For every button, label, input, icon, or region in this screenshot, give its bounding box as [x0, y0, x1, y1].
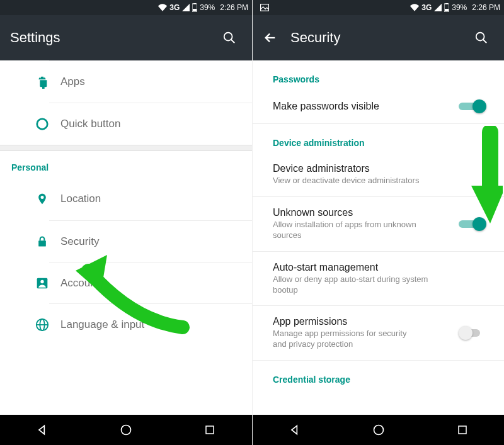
svg-point-5 [40, 77, 41, 78]
svg-rect-2 [193, 9, 197, 11]
svg-rect-19 [445, 9, 449, 11]
nav-recent[interactable] [444, 417, 481, 442]
signal-icon [182, 4, 190, 11]
row-label: Quick button [60, 118, 120, 130]
section-header-personal: Personal [0, 151, 252, 177]
wifi-icon [410, 4, 419, 11]
svg-line-22 [483, 40, 487, 43]
row-label: Language & input [60, 318, 144, 331]
search-icon[interactable] [217, 25, 242, 50]
toolbar: Security [253, 15, 504, 60]
security-screen: 3G 39% 2:26 PM Security Passwords Make p… [252, 0, 504, 445]
nav-bar [0, 415, 252, 445]
circle-icon [24, 117, 60, 131]
nav-home[interactable] [360, 417, 398, 442]
row-label: Security [60, 235, 99, 248]
svg-point-7 [37, 119, 48, 130]
pref-subtitle: Allow installation of apps from unknown … [273, 220, 421, 241]
pref-title: App permissions [273, 316, 421, 327]
nav-bar [253, 415, 504, 445]
battery-percent: 39% [200, 3, 215, 12]
search-icon[interactable] [469, 25, 494, 50]
section-header-device-admin: Device administration [253, 124, 504, 153]
pref-app-permissions[interactable]: App permissions Manage app permissions f… [253, 306, 504, 361]
toolbar: Settings [0, 15, 252, 60]
pref-device-administrators[interactable]: Device administrators View or deactivate… [253, 153, 504, 197]
row-label: Accounts [60, 277, 105, 290]
globe-icon [24, 318, 60, 332]
page-title: Security [290, 30, 469, 46]
security-list: Passwords Make passwords visible Device … [253, 60, 504, 415]
svg-point-6 [43, 77, 44, 78]
row-language-input[interactable]: Language & input [49, 303, 252, 346]
android-icon [24, 75, 60, 89]
pref-title: Unknown sources [273, 207, 421, 218]
svg-line-4 [231, 40, 235, 43]
nav-recent[interactable] [191, 417, 229, 442]
back-arrow-icon[interactable] [258, 25, 283, 50]
svg-point-10 [40, 280, 43, 283]
svg-point-3 [224, 33, 232, 41]
network-label: 3G [421, 3, 432, 12]
pref-subtitle: Manage app permissions for security and … [273, 329, 421, 350]
pref-passwords-visible[interactable]: Make passwords visible [253, 89, 504, 124]
nav-back[interactable] [23, 417, 61, 442]
signal-icon [434, 4, 442, 11]
settings-list: Apps Quick button Personal Location [0, 60, 252, 415]
row-security[interactable]: Security [49, 220, 252, 262]
wifi-icon [158, 4, 167, 11]
section-header-credential-storage: Credential storage [253, 361, 504, 390]
pref-auto-start[interactable]: Auto-start management Allow or deny app … [253, 252, 504, 307]
row-label: Apps [60, 76, 85, 88]
battery-icon [192, 3, 197, 12]
svg-point-14 [121, 425, 130, 435]
status-bar: 3G 39% 2:26 PM [253, 0, 504, 15]
pref-title: Device administrators [273, 163, 446, 174]
section-divider [0, 145, 252, 151]
svg-rect-15 [206, 426, 214, 434]
battery-icon [444, 3, 449, 12]
row-accounts[interactable]: Accounts [49, 262, 252, 303]
section-header-passwords: Passwords [253, 60, 504, 89]
svg-point-23 [374, 425, 383, 435]
svg-rect-24 [459, 426, 466, 434]
svg-rect-8 [38, 240, 46, 246]
nav-back[interactable] [276, 417, 314, 442]
svg-point-21 [476, 33, 484, 41]
lock-icon [24, 235, 60, 249]
pref-title: Auto-start management [273, 262, 446, 273]
switch-passwords-visible[interactable] [459, 99, 484, 113]
location-pin-icon [24, 191, 60, 206]
row-label: Location [60, 193, 101, 205]
settings-screen: 3G 39% 2:26 PM Settings Apps [0, 0, 252, 445]
battery-percent: 39% [452, 3, 467, 12]
svg-rect-18 [445, 3, 448, 4]
pref-unknown-sources[interactable]: Unknown sources Allow installation of ap… [253, 197, 504, 252]
picture-icon [260, 4, 269, 11]
svg-rect-1 [193, 3, 196, 4]
switch-app-permissions[interactable] [459, 326, 484, 340]
switch-unknown-sources[interactable] [459, 217, 484, 231]
pref-subtitle: View or deactivate device administrators [273, 176, 446, 186]
network-label: 3G [169, 3, 180, 12]
status-bar: 3G 39% 2:26 PM [0, 0, 252, 15]
nav-home[interactable] [107, 417, 145, 442]
pref-title: Make passwords visible [273, 101, 421, 112]
account-icon [24, 277, 60, 290]
clock: 2:26 PM [220, 3, 248, 12]
pref-subtitle: Allow or deny app auto-start during syst… [273, 274, 446, 296]
row-apps[interactable]: Apps [49, 60, 252, 103]
clock: 2:26 PM [472, 3, 500, 12]
page-title: Settings [10, 30, 217, 46]
row-location[interactable]: Location [49, 177, 252, 220]
svg-rect-16 [261, 4, 269, 11]
row-quick-button[interactable]: Quick button [49, 103, 252, 145]
